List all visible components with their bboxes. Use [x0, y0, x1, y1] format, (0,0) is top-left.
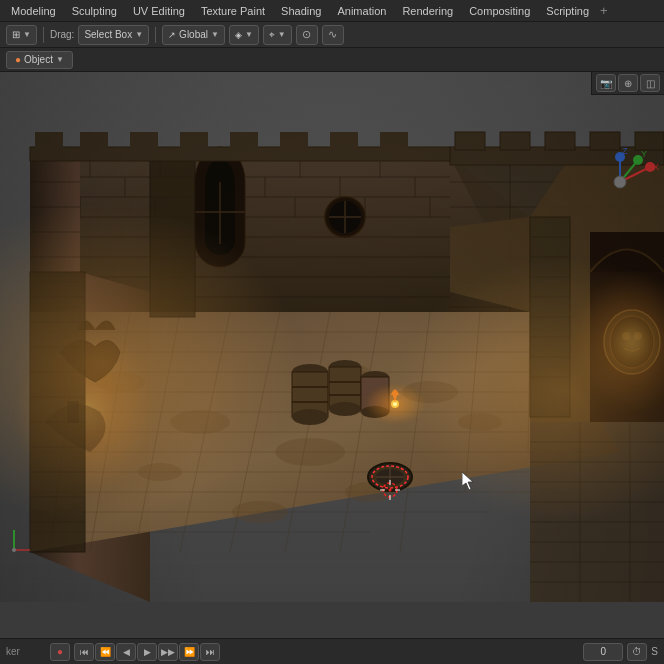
svg-rect-144 [455, 132, 485, 150]
svg-text:Y: Y [641, 149, 647, 159]
jump-start-icon: ⏮ [80, 647, 89, 657]
header-strip: ● Object ▼ 📷 ⊕ ◫ [0, 48, 664, 72]
menu-bar: Modeling Sculpting UV Editing Texture Pa… [0, 0, 664, 22]
transport-controls: ⏮ ⏪ ◀ ▶ ▶▶ ⏩ ⏭ [74, 643, 220, 661]
transform-chevron: ▼ [211, 30, 219, 39]
svg-point-78 [138, 463, 182, 481]
select-box-chevron: ▼ [135, 30, 143, 39]
camera-icon: 📷 [600, 78, 612, 89]
overlay-icon: ⊕ [624, 78, 632, 89]
svg-rect-142 [150, 157, 195, 317]
pivot-chevron: ▼ [245, 30, 253, 39]
svg-point-112 [292, 409, 328, 425]
snap-btn[interactable]: ⌖ ▼ [263, 25, 292, 45]
scene-content: X Y Z [0, 72, 664, 602]
svg-text:X: X [653, 162, 659, 172]
snap-icon: ⌖ [269, 29, 275, 41]
svg-rect-148 [635, 132, 664, 150]
bottom-bar: ker ● ⏮ ⏪ ◀ ▶ ▶▶ ⏩ ⏭ 0 ⏱ S [0, 638, 664, 664]
select-box-label: Select Box [84, 29, 132, 40]
menu-item-compositing[interactable]: Compositing [462, 3, 537, 19]
menu-item-rendering[interactable]: Rendering [395, 3, 460, 19]
menu-item-shading[interactable]: Shading [274, 3, 328, 19]
next-frame-btn[interactable]: ▶▶ [158, 643, 178, 661]
viewport-3d[interactable]: X Y Z [0, 72, 664, 602]
prev-frame-icon: ◀ [123, 647, 130, 657]
separator-2 [155, 27, 156, 43]
transform-orientation-btn[interactable]: ↗ Global ▼ [162, 25, 225, 45]
svg-point-173 [12, 548, 16, 552]
proportional-edit-btn[interactable]: ⊙ [296, 25, 318, 45]
pivot-btn[interactable]: ◈ ▼ [229, 25, 259, 45]
mode-chevron-2: ▼ [56, 55, 64, 64]
select-box-dropdown[interactable]: Select Box ▼ [78, 25, 149, 45]
object-mode-label: Object [24, 54, 53, 65]
jump-end-icon: ⏭ [206, 647, 215, 657]
transform-label: Global [179, 29, 208, 40]
next-keyframe-icon: ⏩ [184, 647, 195, 657]
svg-text:Z: Z [622, 146, 628, 156]
svg-rect-153 [180, 132, 208, 148]
record-btn[interactable]: ● [50, 643, 70, 661]
xray-icon: ◫ [646, 78, 655, 89]
play-btn[interactable]: ▶ [137, 643, 157, 661]
svg-marker-158 [530, 422, 664, 602]
object-mode-btn[interactable]: ● Object ▼ [6, 51, 73, 69]
svg-point-81 [458, 413, 502, 431]
viewport-controls: 📷 ⊕ ◫ [591, 72, 664, 95]
next-keyframe-btn[interactable]: ⏩ [179, 643, 199, 661]
svg-rect-131 [30, 272, 85, 552]
menu-item-uv-editing[interactable]: UV Editing [126, 3, 192, 19]
svg-point-183 [614, 176, 626, 188]
prev-keyframe-btn[interactable]: ⏪ [95, 643, 115, 661]
menu-item-scripting[interactable]: Scripting [539, 3, 596, 19]
svg-rect-147 [590, 132, 620, 150]
mode-chevron: ▼ [23, 30, 31, 39]
falloff-btn[interactable]: ∿ [322, 25, 344, 45]
svg-point-75 [275, 438, 345, 466]
prev-frame-btn[interactable]: ◀ [116, 643, 136, 661]
next-frame-icon: ▶▶ [161, 647, 175, 657]
drag-label: Drag: [50, 29, 74, 40]
xray-btn[interactable]: ◫ [640, 74, 660, 92]
proportional-icon: ⊙ [302, 28, 311, 41]
svg-point-79 [232, 501, 288, 523]
svg-rect-149 [30, 147, 450, 161]
viewport-shading-btn[interactable]: 📷 [596, 74, 616, 92]
timeline-options-btn[interactable]: ⏱ [627, 643, 647, 661]
pivot-icon: ◈ [235, 30, 242, 40]
toolbar: ⊞ ▼ Drag: Select Box ▼ ↗ Global ▼ ◈ ▼ ⌖ … [0, 22, 664, 48]
svg-rect-151 [80, 132, 108, 148]
svg-rect-156 [330, 132, 358, 148]
menu-item-modeling[interactable]: Modeling [4, 3, 63, 19]
s-marker: S [651, 646, 658, 657]
svg-rect-154 [230, 132, 258, 148]
separator-1 [43, 27, 44, 43]
svg-rect-152 [130, 132, 158, 148]
svg-rect-155 [280, 132, 308, 148]
viewport-overlay-btn[interactable]: ⊕ [618, 74, 638, 92]
mode-dropdown[interactable]: ⊞ ▼ [6, 25, 37, 45]
tracker-label: ker [6, 646, 46, 657]
svg-rect-145 [500, 132, 530, 150]
frame-number-input[interactable]: 0 [583, 643, 623, 661]
menu-item-sculpting[interactable]: Sculpting [65, 3, 124, 19]
svg-rect-146 [545, 132, 575, 150]
menu-item-texture-paint[interactable]: Texture Paint [194, 3, 272, 19]
svg-rect-150 [35, 132, 63, 148]
jump-start-btn[interactable]: ⏮ [74, 643, 94, 661]
snap-chevron: ▼ [278, 30, 286, 39]
svg-point-117 [329, 402, 361, 416]
transform-icon: ↗ [168, 30, 176, 40]
record-icon: ● [57, 646, 63, 657]
clock-icon: ⏱ [632, 646, 642, 657]
add-workspace-button[interactable]: + [600, 3, 608, 18]
menu-item-animation[interactable]: Animation [330, 3, 393, 19]
mode-dot-icon: ● [15, 54, 21, 65]
svg-rect-157 [380, 132, 408, 148]
frame-value: 0 [601, 646, 607, 657]
jump-end-btn[interactable]: ⏭ [200, 643, 220, 661]
falloff-icon: ∿ [328, 28, 337, 41]
svg-point-74 [170, 410, 230, 434]
mode-dropdown-icon: ⊞ [12, 29, 20, 40]
